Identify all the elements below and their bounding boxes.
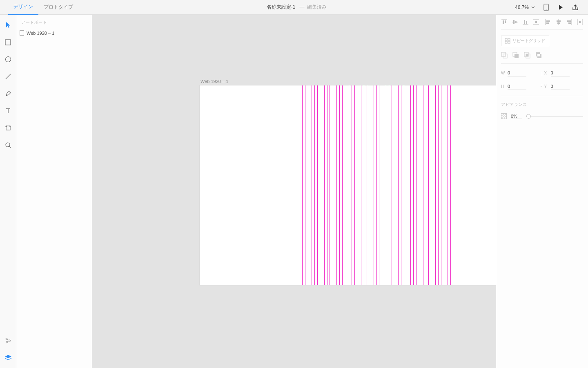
play-icon[interactable] bbox=[557, 4, 564, 11]
layers-panel: アートボード Web 1920 – 1 bbox=[16, 15, 92, 368]
align-hcenter-icon[interactable] bbox=[555, 19, 562, 25]
canvas[interactable]: Web 1920 – 1 bbox=[92, 15, 496, 368]
align-bottom-icon[interactable] bbox=[522, 19, 529, 25]
svg-rect-35 bbox=[508, 38, 510, 40]
svg-point-1 bbox=[546, 9, 546, 10]
svg-rect-38 bbox=[501, 52, 506, 56]
distribute-v-icon[interactable] bbox=[533, 19, 539, 25]
doc-status: 編集済み bbox=[307, 4, 327, 10]
svg-rect-17 bbox=[524, 20, 525, 24]
width-label: W bbox=[501, 71, 505, 75]
text-tool[interactable] bbox=[4, 106, 13, 115]
assets-icon[interactable] bbox=[4, 336, 13, 345]
svg-rect-12 bbox=[505, 20, 506, 23]
grid-icon bbox=[505, 38, 510, 43]
svg-rect-33 bbox=[579, 21, 581, 23]
appearance-label: アピアランス bbox=[501, 102, 583, 108]
union-icon[interactable] bbox=[501, 52, 508, 58]
svg-point-3 bbox=[5, 57, 11, 62]
svg-rect-44 bbox=[526, 54, 528, 56]
artboard-tool[interactable] bbox=[4, 123, 13, 132]
svg-rect-36 bbox=[505, 41, 507, 43]
lock-aspect-icon[interactable]: ┐ bbox=[540, 71, 544, 75]
doc-name: 名称未設定-1 bbox=[267, 4, 296, 10]
align-left-icon[interactable] bbox=[545, 19, 551, 25]
svg-rect-37 bbox=[508, 41, 510, 43]
tab-design[interactable]: デザイン bbox=[8, 0, 38, 15]
svg-rect-26 bbox=[557, 20, 561, 22]
opacity-control bbox=[501, 113, 583, 119]
subtract-icon[interactable] bbox=[512, 52, 519, 58]
svg-rect-18 bbox=[526, 21, 527, 24]
svg-point-7 bbox=[6, 338, 7, 340]
artboard-label[interactable]: Web 1920 – 1 bbox=[200, 79, 228, 84]
y-label: Y bbox=[544, 84, 548, 89]
zoom-tool[interactable] bbox=[4, 141, 13, 150]
x-input[interactable] bbox=[551, 70, 570, 76]
zoom-value: 46.7% bbox=[515, 4, 529, 10]
repeat-grid-button[interactable]: リピートグリッド bbox=[501, 36, 549, 46]
height-input[interactable] bbox=[508, 83, 526, 90]
svg-rect-23 bbox=[546, 20, 550, 22]
x-field[interactable]: X bbox=[544, 70, 584, 76]
line-tool[interactable] bbox=[4, 72, 13, 81]
distribute-h-icon[interactable] bbox=[577, 19, 583, 25]
layer-label: Web 1920 – 1 bbox=[27, 31, 54, 36]
artboard-icon bbox=[20, 30, 24, 36]
tool-rail bbox=[0, 15, 16, 368]
rectangle-tool[interactable] bbox=[4, 38, 13, 47]
svg-rect-29 bbox=[567, 20, 571, 22]
zoom-control[interactable]: 46.7% bbox=[515, 4, 535, 10]
doc-sep-dash: — bbox=[299, 4, 304, 10]
svg-point-8 bbox=[9, 340, 11, 341]
lock-aspect-icon-2[interactable]: ┘ bbox=[540, 84, 544, 89]
svg-rect-34 bbox=[505, 38, 507, 40]
svg-rect-21 bbox=[535, 21, 537, 23]
x-label: X bbox=[544, 71, 548, 75]
svg-rect-27 bbox=[557, 22, 560, 24]
ellipse-tool[interactable] bbox=[4, 55, 13, 64]
layer-item[interactable]: Web 1920 – 1 bbox=[16, 29, 92, 37]
svg-rect-14 bbox=[513, 20, 514, 24]
align-right-icon[interactable] bbox=[566, 19, 572, 25]
inspector-panel: リピートグリッド W ┐ X H ┘ Y アピアランス bbox=[496, 15, 588, 368]
document-title: 名称未設定-1 — 編集済み bbox=[78, 4, 515, 11]
artboard[interactable] bbox=[200, 85, 496, 285]
width-input[interactable] bbox=[508, 70, 526, 76]
y-input[interactable] bbox=[551, 83, 570, 90]
top-bar-right: 46.7% bbox=[515, 4, 588, 11]
transform-section: W ┐ X H ┘ Y bbox=[501, 70, 583, 96]
device-preview-icon[interactable] bbox=[542, 4, 550, 11]
svg-rect-39 bbox=[503, 54, 507, 58]
svg-rect-2 bbox=[5, 40, 11, 45]
align-vcenter-icon[interactable] bbox=[512, 19, 518, 25]
boolean-ops bbox=[501, 52, 583, 64]
layers-icon[interactable] bbox=[4, 353, 13, 362]
layout-grid bbox=[302, 85, 451, 285]
select-tool[interactable] bbox=[4, 20, 13, 29]
svg-point-5 bbox=[6, 143, 10, 147]
mode-tabs: デザイン プロトタイプ bbox=[0, 0, 78, 15]
height-field[interactable]: H bbox=[501, 83, 540, 90]
exclude-icon[interactable] bbox=[535, 52, 542, 58]
svg-rect-11 bbox=[503, 20, 504, 24]
align-top-icon[interactable] bbox=[501, 19, 508, 25]
chevron-down-icon bbox=[531, 6, 535, 9]
opacity-input[interactable] bbox=[511, 114, 522, 119]
height-label: H bbox=[501, 84, 505, 89]
opacity-slider[interactable] bbox=[526, 116, 583, 117]
layers-section-title: アートボード bbox=[16, 15, 92, 29]
opacity-swatch-icon[interactable] bbox=[501, 113, 507, 119]
svg-rect-41 bbox=[514, 54, 519, 58]
svg-rect-15 bbox=[515, 21, 517, 23]
align-controls bbox=[501, 19, 583, 30]
svg-rect-24 bbox=[546, 22, 549, 24]
width-field[interactable]: W bbox=[501, 70, 540, 76]
y-field[interactable]: Y bbox=[544, 83, 584, 90]
share-icon[interactable] bbox=[572, 4, 579, 11]
tab-prototype[interactable]: プロトタイプ bbox=[38, 0, 78, 15]
svg-line-4 bbox=[6, 74, 11, 79]
pen-tool[interactable] bbox=[4, 89, 13, 98]
intersect-icon[interactable] bbox=[524, 52, 530, 58]
svg-rect-47 bbox=[537, 54, 540, 56]
